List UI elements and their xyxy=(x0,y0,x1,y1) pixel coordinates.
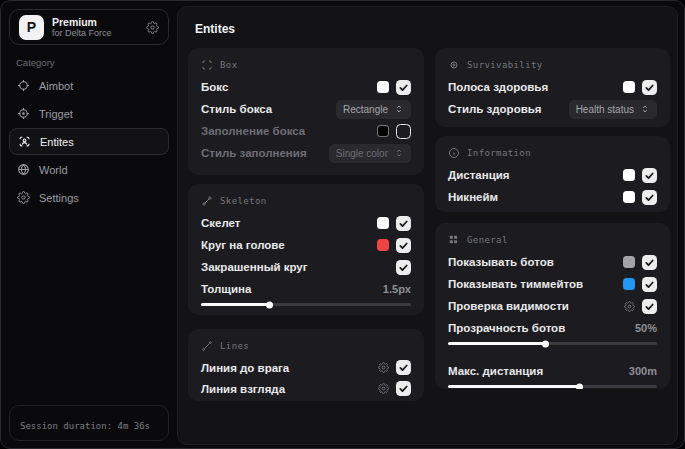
unfold-icon xyxy=(394,148,404,158)
checkbox-checked[interactable] xyxy=(396,80,411,95)
setting-label: Стиль здоровья xyxy=(448,103,542,115)
bone-icon xyxy=(201,195,213,207)
sidebar-item-entites[interactable]: Entites xyxy=(9,128,169,155)
setting-label: Толщина xyxy=(201,283,251,295)
health-icon xyxy=(448,59,460,71)
card-box: Box Бокс Стиль бокса Rectangle Заполнени… xyxy=(188,48,424,175)
sidebar-nav: Aimbot Trigget Entites World Settings xyxy=(9,72,169,212)
card-information-header: Information xyxy=(448,145,657,160)
setting-row-show-teammates: Показывать тиммейтов xyxy=(448,273,657,295)
card-lines-header: Lines xyxy=(201,338,411,353)
color-swatch[interactable] xyxy=(623,81,635,93)
setting-label: Линия взгляда xyxy=(201,383,285,395)
card-header-label: Box xyxy=(220,60,237,70)
category-label: Category xyxy=(16,57,55,68)
setting-row-box: Бокс xyxy=(201,76,411,98)
entity-scan-icon xyxy=(18,135,31,148)
session-duration-card: Session duration: 4m 36s xyxy=(9,405,169,441)
card-information: Information Дистанция Никнейм xyxy=(435,136,670,212)
checkbox-checked[interactable] xyxy=(642,299,657,314)
setting-label: Макс. дистанция xyxy=(448,365,543,377)
checkbox-checked[interactable] xyxy=(396,381,411,396)
setting-row-bot-opacity: Прозрачность ботов 50% xyxy=(448,317,657,339)
card-survivability-header: Survivability xyxy=(448,57,657,72)
checkbox-unchecked[interactable] xyxy=(396,124,411,139)
brand-card: P Premium for Delta Force xyxy=(9,9,169,45)
slider-value: 50% xyxy=(635,322,657,334)
checkbox-checked[interactable] xyxy=(642,255,657,270)
color-swatch[interactable] xyxy=(623,278,635,290)
gear-icon[interactable] xyxy=(378,383,389,394)
brand-title: Premium xyxy=(52,16,138,28)
sidebar-item-label: Settings xyxy=(39,192,79,204)
health-style-select[interactable]: Health status xyxy=(569,100,657,119)
slider-fill[interactable] xyxy=(448,385,580,388)
checkbox-checked[interactable] xyxy=(396,260,411,275)
brand-subtitle: for Delta Force xyxy=(52,28,138,38)
checkbox-checked[interactable] xyxy=(642,190,657,205)
app-window: P Premium for Delta Force Category Aimbo… xyxy=(0,0,685,449)
sidebar-item-trigget[interactable]: Trigget xyxy=(9,100,169,127)
setting-row-health-bar: Полоса здоровья xyxy=(448,76,657,98)
color-swatch[interactable] xyxy=(623,169,635,181)
setting-label: Заполнение бокса xyxy=(201,125,305,137)
sidebar-item-label: Entites xyxy=(40,136,74,148)
checkbox-checked[interactable] xyxy=(642,80,657,95)
setting-label: Закрашенный круг xyxy=(201,261,308,273)
sidebar: P Premium for Delta Force Category Aimbo… xyxy=(1,1,177,448)
main-panel: Entites Box Бокс Стиль бокса Rectangle xyxy=(177,6,678,445)
slider-value: 1.5px xyxy=(383,283,411,295)
color-swatch[interactable] xyxy=(377,81,389,93)
card-general: General Показывать ботов Показывать тимм… xyxy=(435,223,670,389)
line-icon xyxy=(201,340,213,352)
gear-icon[interactable] xyxy=(146,21,159,34)
select-value: Rectangle xyxy=(343,104,388,115)
info-icon xyxy=(448,147,460,159)
color-swatch[interactable] xyxy=(623,191,635,203)
color-swatch[interactable] xyxy=(377,125,389,137)
card-header-label: Skeleton xyxy=(220,196,267,206)
setting-row-box-fill: Заполнение бокса xyxy=(201,120,411,142)
checkbox-checked[interactable] xyxy=(396,238,411,253)
thickness-slider[interactable] xyxy=(201,303,411,306)
checkbox-checked[interactable] xyxy=(642,168,657,183)
session-duration-label: Session duration: 4m 36s xyxy=(20,421,150,431)
sidebar-item-aimbot[interactable]: Aimbot xyxy=(9,72,169,99)
checkbox-checked[interactable] xyxy=(396,360,411,375)
gear-icon[interactable] xyxy=(624,301,635,312)
slider-fill[interactable] xyxy=(201,303,270,306)
sidebar-item-settings[interactable]: Settings xyxy=(9,184,169,211)
box-style-select[interactable]: Rectangle xyxy=(336,100,411,119)
setting-label: Показывать ботов xyxy=(448,256,554,268)
setting-label: Полоса здоровья xyxy=(448,81,548,93)
globe-icon xyxy=(17,163,30,176)
sidebar-item-label: Aimbot xyxy=(39,80,73,92)
setting-row-filled-circle: Закрашенный круг xyxy=(201,256,411,278)
setting-row-view-line: Линия взгляда xyxy=(201,378,411,399)
crosshair-icon xyxy=(17,79,30,92)
gear-icon[interactable] xyxy=(378,362,389,373)
color-swatch[interactable] xyxy=(377,239,389,251)
card-general-header: General xyxy=(448,232,657,247)
card-header-label: Survivability xyxy=(467,60,543,70)
sidebar-item-label: Trigget xyxy=(39,108,73,120)
setting-row-skeleton: Скелет xyxy=(201,212,411,234)
color-swatch[interactable] xyxy=(623,256,635,268)
fill-style-select[interactable]: Single color xyxy=(329,144,411,163)
page-title: Entites xyxy=(195,22,235,36)
card-header-label: General xyxy=(467,235,508,245)
checkbox-checked[interactable] xyxy=(642,277,657,292)
bot-opacity-slider[interactable] xyxy=(448,342,657,345)
max-distance-slider[interactable] xyxy=(448,385,657,388)
setting-label: Дистанция xyxy=(448,169,509,181)
setting-label: Бокс xyxy=(201,81,228,93)
grid-icon xyxy=(448,234,460,245)
setting-label: Скелет xyxy=(201,217,241,229)
select-value: Health status xyxy=(576,104,634,115)
checkbox-checked[interactable] xyxy=(396,216,411,231)
card-header-label: Information xyxy=(467,148,531,158)
color-swatch[interactable] xyxy=(377,217,389,229)
sidebar-item-world[interactable]: World xyxy=(9,156,169,183)
setting-row-thickness: Толщина 1.5px xyxy=(201,278,411,300)
slider-fill[interactable] xyxy=(448,342,546,345)
